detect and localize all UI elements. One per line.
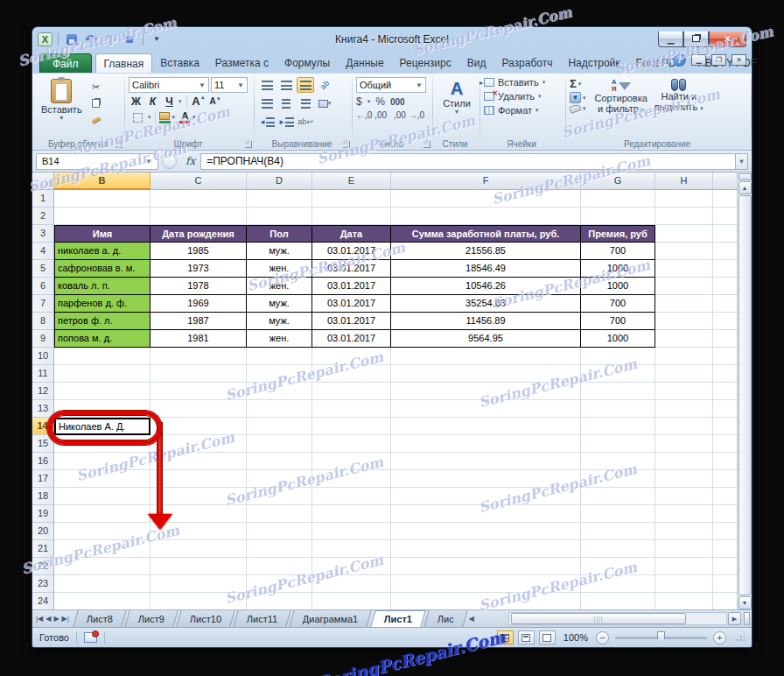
cell-E22[interactable]	[312, 558, 391, 575]
zoom-slider[interactable]	[615, 637, 707, 639]
cell-B4[interactable]: николаев а. д.	[54, 243, 150, 260]
cell-F12[interactable]	[391, 383, 581, 400]
scroll-right-icon[interactable]: ▶	[728, 612, 741, 625]
cell-E2[interactable]	[312, 208, 391, 225]
row-header-23[interactable]: 23	[32, 575, 54, 593]
cell-D6[interactable]: жен.	[247, 278, 312, 295]
cell-H23[interactable]	[655, 575, 713, 593]
cell-H5[interactable]	[655, 260, 713, 278]
cell-C13[interactable]	[150, 400, 247, 418]
delete-cells-button[interactable]: Удалить	[498, 91, 535, 102]
merge-center-icon[interactable]: ▾	[316, 95, 333, 111]
column-header-B[interactable]: B	[54, 173, 150, 190]
row-header-16[interactable]: 16	[32, 453, 54, 470]
cell-x8[interactable]	[713, 313, 737, 330]
cell-B9[interactable]: попова м. д.	[54, 330, 150, 348]
cell-C22[interactable]	[150, 558, 247, 575]
cell-x22[interactable]	[713, 558, 737, 575]
percent-format-icon[interactable]: %	[375, 95, 385, 108]
cell-x15[interactable]	[713, 435, 737, 453]
styles-button[interactable]: А Стили ▼	[439, 77, 474, 116]
cell-D11[interactable]	[247, 365, 312, 383]
row-header-20[interactable]: 20	[32, 523, 54, 540]
page-break-view-button[interactable]	[539, 630, 556, 644]
cell-B8[interactable]: петров ф. л.	[54, 313, 150, 330]
cell-H8[interactable]	[655, 313, 713, 330]
cell-B21[interactable]	[54, 540, 150, 558]
cell-F13[interactable]	[391, 400, 581, 418]
tab-разработч[interactable]: Разработч	[494, 53, 560, 73]
workbook-minimize-icon[interactable]: ▁	[691, 54, 706, 66]
cell-H12[interactable]	[655, 383, 713, 400]
zoom-slider-thumb[interactable]	[657, 631, 665, 643]
row-header-10[interactable]: 10	[32, 348, 54, 365]
find-select-button[interactable]: Найти ивыделить ▾	[651, 77, 707, 117]
cell-H11[interactable]	[655, 365, 713, 383]
cell-C21[interactable]	[150, 540, 247, 558]
cell-x2[interactable]	[713, 208, 737, 225]
cell-B1[interactable]	[54, 190, 150, 208]
workbook-close-icon[interactable]: ✕	[732, 54, 746, 66]
horizontal-scroll-thumb[interactable]: ||||	[511, 613, 686, 624]
last-sheet-icon[interactable]: ▶|	[62, 615, 69, 623]
cell-G3[interactable]: Премия, руб	[581, 225, 655, 243]
tab-file[interactable]: Файл	[39, 53, 92, 73]
grid[interactable]: BCDEFGH 123ИмяДата рожденияПолДатаСумма …	[32, 173, 737, 609]
cell-x18[interactable]	[713, 488, 737, 505]
cell-G6[interactable]: 1000	[581, 278, 655, 295]
align-top-icon[interactable]	[258, 77, 276, 93]
cell-G11[interactable]	[581, 365, 655, 383]
zoom-level[interactable]: 100%	[564, 632, 588, 643]
cell-E1[interactable]	[312, 190, 391, 208]
cell-x1[interactable]	[713, 190, 737, 208]
cell-D18[interactable]	[247, 488, 312, 505]
cell-E11[interactable]	[312, 365, 391, 383]
zoom-out-icon[interactable]: −	[596, 631, 609, 644]
cell-F1[interactable]	[391, 190, 581, 208]
cell-F6[interactable]: 10546.26	[391, 278, 581, 295]
cell-F19[interactable]	[391, 505, 581, 523]
normal-view-button[interactable]	[497, 630, 514, 644]
cell-C23[interactable]	[150, 575, 247, 593]
zoom-in-icon[interactable]: +	[713, 631, 726, 644]
row-header-5[interactable]: 5	[32, 260, 54, 278]
format-cells-button[interactable]: Формат	[498, 105, 532, 116]
row-header-11[interactable]: 11	[32, 365, 54, 383]
number-format-select[interactable]: Общий▼	[356, 77, 426, 93]
cell-D24[interactable]	[247, 593, 312, 609]
cell-C14[interactable]	[150, 418, 247, 435]
row-header-2[interactable]: 2	[32, 208, 54, 225]
cell-F21[interactable]	[391, 540, 581, 558]
name-box[interactable]: B14▼	[36, 153, 158, 170]
horizontal-split-handle[interactable]	[744, 612, 750, 625]
cell-x23[interactable]	[713, 575, 737, 593]
cell-B10[interactable]	[54, 348, 150, 365]
cell-B7[interactable]: парфенов д. ф.	[54, 295, 150, 313]
tab-вид[interactable]: Вид	[459, 53, 494, 73]
cell-D13[interactable]	[247, 400, 312, 418]
column-header-G[interactable]: G	[581, 173, 655, 190]
cell-C10[interactable]	[150, 348, 247, 365]
cell-x17[interactable]	[713, 470, 737, 488]
cell-G14[interactable]	[581, 418, 655, 435]
tab-надстройк[interactable]: Надстройк	[560, 53, 627, 73]
align-bottom-icon[interactable]	[297, 77, 314, 93]
cell-F2[interactable]	[391, 208, 581, 225]
cell-E4[interactable]: 03.01.2017	[312, 243, 391, 260]
cell-D4[interactable]: муж.	[247, 243, 312, 260]
cell-E8[interactable]: 03.01.2017	[312, 313, 391, 330]
cell-B18[interactable]	[54, 488, 150, 505]
cell-x20[interactable]	[713, 523, 737, 540]
cell-F15[interactable]	[391, 435, 581, 453]
font-family-select[interactable]: Calibri▼	[129, 77, 209, 93]
sheet-tab-лист9[interactable]: Лист9	[124, 610, 178, 627]
cell-C8[interactable]: 1987	[150, 313, 247, 330]
align-middle-icon[interactable]	[277, 77, 295, 93]
borders-icon[interactable]	[129, 109, 146, 125]
paste-button[interactable]: Вставить ▼	[38, 77, 86, 123]
row-header-8[interactable]: 8	[32, 313, 54, 330]
italic-button[interactable]: К	[145, 95, 160, 108]
cell-x14[interactable]	[713, 418, 737, 435]
cell-D3[interactable]: Пол	[247, 225, 312, 243]
number-dialog-launcher[interactable]	[424, 141, 430, 148]
